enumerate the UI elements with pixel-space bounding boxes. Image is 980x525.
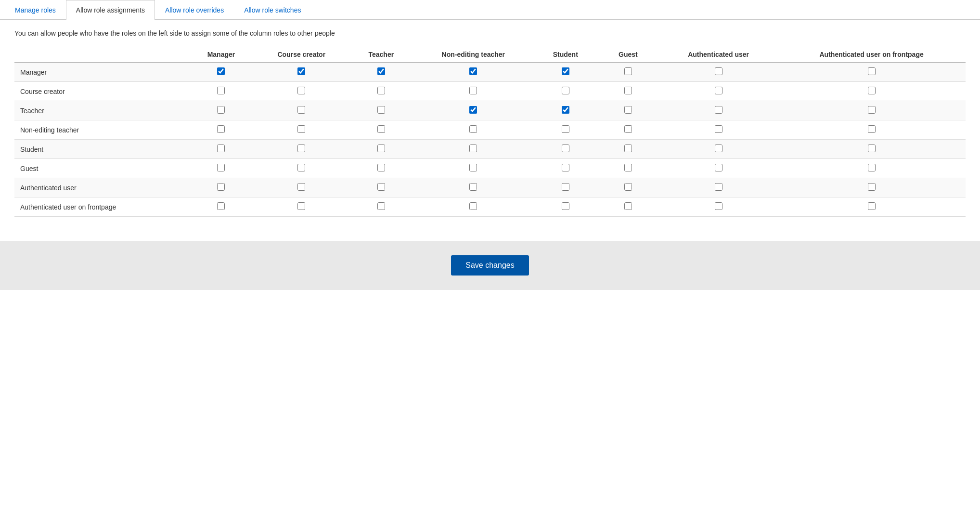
col-header-course-creator: Course creator: [253, 47, 350, 63]
role-checkbox-r4-c7[interactable]: [868, 144, 876, 152]
role-checkbox-r0-c7[interactable]: [868, 67, 876, 75]
checkbox-cell: [597, 159, 659, 178]
role-checkbox-r6-c3[interactable]: [469, 183, 477, 191]
role-checkbox-r3-c7[interactable]: [868, 125, 876, 133]
role-checkbox-r2-c7[interactable]: [868, 106, 876, 114]
checkbox-cell: [350, 140, 413, 159]
role-checkbox-r1-c5[interactable]: [624, 87, 632, 94]
role-checkbox-r1-c0[interactable]: [217, 87, 225, 94]
role-checkbox-r5-c6[interactable]: [715, 164, 722, 171]
col-header-student: Student: [534, 47, 597, 63]
checkbox-cell: [253, 178, 350, 197]
checkbox-cell: [534, 178, 597, 197]
checkbox-cell: [189, 101, 253, 120]
checkbox-cell: [659, 120, 777, 140]
role-checkbox-r0-c4[interactable]: [562, 67, 569, 75]
role-checkbox-r2-c5[interactable]: [624, 106, 632, 114]
checkbox-cell: [350, 197, 413, 217]
role-checkbox-r5-c3[interactable]: [469, 164, 477, 171]
role-checkbox-r2-c0[interactable]: [217, 106, 225, 114]
checkbox-cell: [253, 63, 350, 82]
tab-allow-role-assignments[interactable]: Allow role assignments: [66, 0, 155, 20]
role-checkbox-r4-c3[interactable]: [469, 144, 477, 152]
role-checkbox-r0-c6[interactable]: [715, 67, 722, 75]
role-checkbox-r2-c1[interactable]: [297, 106, 305, 114]
role-checkbox-r6-c7[interactable]: [868, 183, 876, 191]
role-checkbox-r7-c4[interactable]: [562, 202, 569, 210]
table-row: Manager: [14, 63, 966, 82]
role-checkbox-r2-c3[interactable]: [469, 106, 477, 114]
role-checkbox-r6-c4[interactable]: [562, 183, 569, 191]
save-changes-button[interactable]: Save changes: [451, 255, 529, 276]
role-checkbox-r6-c1[interactable]: [297, 183, 305, 191]
role-checkbox-r3-c2[interactable]: [377, 125, 385, 133]
role-checkbox-r6-c5[interactable]: [624, 183, 632, 191]
role-checkbox-r0-c2[interactable]: [377, 67, 385, 75]
role-checkbox-r4-c5[interactable]: [624, 144, 632, 152]
role-checkbox-r2-c4[interactable]: [562, 106, 569, 114]
role-checkbox-r3-c1[interactable]: [297, 125, 305, 133]
role-checkbox-r5-c1[interactable]: [297, 164, 305, 171]
tab-manage-roles[interactable]: Manage roles: [5, 0, 66, 20]
checkbox-cell: [350, 120, 413, 140]
role-checkbox-r7-c0[interactable]: [217, 202, 225, 210]
role-checkbox-r0-c1[interactable]: [297, 67, 305, 75]
role-checkbox-r4-c2[interactable]: [377, 144, 385, 152]
tab-allow-role-switches[interactable]: Allow role switches: [234, 0, 311, 20]
checkbox-cell: [253, 197, 350, 217]
role-checkbox-r6-c2[interactable]: [377, 183, 385, 191]
checkbox-cell: [350, 178, 413, 197]
tab-allow-role-overrides[interactable]: Allow role overrides: [155, 0, 234, 20]
role-checkbox-r7-c3[interactable]: [469, 202, 477, 210]
checkbox-cell: [253, 101, 350, 120]
role-checkbox-r4-c1[interactable]: [297, 144, 305, 152]
checkbox-cell: [413, 101, 534, 120]
checkbox-cell: [413, 140, 534, 159]
role-checkbox-r2-c2[interactable]: [377, 106, 385, 114]
role-checkbox-r5-c2[interactable]: [377, 164, 385, 171]
role-checkbox-r7-c7[interactable]: [868, 202, 876, 210]
role-checkbox-r3-c6[interactable]: [715, 125, 722, 133]
role-checkbox-r6-c6[interactable]: [715, 183, 722, 191]
role-checkbox-r0-c0[interactable]: [217, 67, 225, 75]
checkbox-cell: [189, 140, 253, 159]
role-checkbox-r7-c5[interactable]: [624, 202, 632, 210]
checkbox-cell: [659, 178, 777, 197]
checkbox-cell: [659, 63, 777, 82]
table-row: Student: [14, 140, 966, 159]
checkbox-cell: [534, 159, 597, 178]
role-checkbox-r7-c2[interactable]: [377, 202, 385, 210]
role-checkbox-r1-c3[interactable]: [469, 87, 477, 94]
role-checkbox-r5-c7[interactable]: [868, 164, 876, 171]
role-checkbox-r5-c5[interactable]: [624, 164, 632, 171]
role-checkbox-r7-c1[interactable]: [297, 202, 305, 210]
role-checkbox-r6-c0[interactable]: [217, 183, 225, 191]
role-checkbox-r4-c0[interactable]: [217, 144, 225, 152]
role-checkbox-r3-c4[interactable]: [562, 125, 569, 133]
role-checkbox-r1-c2[interactable]: [377, 87, 385, 94]
checkbox-cell: [350, 101, 413, 120]
empty-header: [14, 47, 189, 63]
table-row: Authenticated user on frontpage: [14, 197, 966, 217]
role-checkbox-r0-c5[interactable]: [624, 67, 632, 75]
checkbox-cell: [777, 159, 966, 178]
role-checkbox-r1-c1[interactable]: [297, 87, 305, 94]
checkbox-cell: [350, 63, 413, 82]
role-checkbox-r3-c3[interactable]: [469, 125, 477, 133]
role-checkbox-r1-c6[interactable]: [715, 87, 722, 94]
role-checkbox-r4-c6[interactable]: [715, 144, 722, 152]
role-checkbox-r3-c0[interactable]: [217, 125, 225, 133]
role-checkbox-r2-c6[interactable]: [715, 106, 722, 114]
role-checkbox-r5-c0[interactable]: [217, 164, 225, 171]
col-header-guest: Guest: [597, 47, 659, 63]
role-checkbox-r3-c5[interactable]: [624, 125, 632, 133]
role-checkbox-r1-c7[interactable]: [868, 87, 876, 94]
role-checkbox-r4-c4[interactable]: [562, 144, 569, 152]
row-label-3: Non-editing teacher: [14, 120, 189, 140]
main-content: You can allow people who have the roles …: [0, 20, 980, 226]
role-checkbox-r1-c4[interactable]: [562, 87, 569, 94]
role-checkbox-r7-c6[interactable]: [715, 202, 722, 210]
role-checkbox-r0-c3[interactable]: [469, 67, 477, 75]
table-row: Authenticated user: [14, 178, 966, 197]
role-checkbox-r5-c4[interactable]: [562, 164, 569, 171]
